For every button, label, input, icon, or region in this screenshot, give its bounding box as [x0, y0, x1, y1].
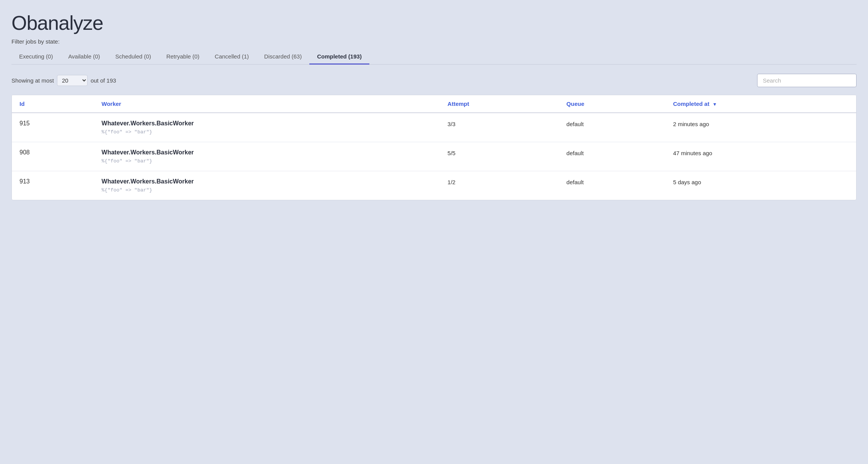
- sort-arrow-icon: ▼: [712, 102, 717, 107]
- cell-id: 913: [12, 171, 94, 200]
- cell-attempt: 3/3: [440, 113, 559, 142]
- table-row[interactable]: 915 Whatever.Workers.BasicWorker %{"foo"…: [12, 113, 856, 142]
- cell-queue: default: [559, 142, 665, 171]
- cell-queue: default: [559, 171, 665, 200]
- worker-cell: Whatever.Workers.BasicWorker %{"foo" => …: [102, 120, 432, 135]
- worker-name: Whatever.Workers.BasicWorker: [102, 149, 432, 156]
- showing-row: Showing at most 20 50 100 out of 193: [11, 75, 116, 86]
- col-queue-label: Queue: [566, 101, 584, 107]
- tab-cancelled[interactable]: Cancelled (1): [207, 49, 257, 65]
- col-completed-at[interactable]: Completed at ▼: [665, 95, 856, 113]
- table-container: Id Worker Attempt Queue Completed at ▼ 9…: [11, 95, 857, 200]
- cell-worker: Whatever.Workers.BasicWorker %{"foo" => …: [94, 142, 440, 171]
- worker-args: %{"foo" => "bar"}: [102, 158, 432, 164]
- tab-scheduled[interactable]: Scheduled (0): [107, 49, 158, 65]
- tab-available[interactable]: Available (0): [60, 49, 107, 65]
- table-row[interactable]: 913 Whatever.Workers.BasicWorker %{"foo"…: [12, 171, 856, 200]
- cell-completed-at: 5 days ago: [665, 171, 856, 200]
- cell-id: 915: [12, 113, 94, 142]
- cell-id: 908: [12, 142, 94, 171]
- jobs-table: Id Worker Attempt Queue Completed at ▼ 9…: [12, 95, 856, 200]
- tab-retryable[interactable]: Retryable (0): [159, 49, 207, 65]
- tab-discarded[interactable]: Discarded (63): [257, 49, 309, 65]
- col-worker: Worker: [94, 95, 440, 113]
- cell-completed-at: 47 minutes ago: [665, 142, 856, 171]
- search-input[interactable]: [757, 74, 857, 87]
- col-id: Id: [12, 95, 94, 113]
- per-page-select[interactable]: 20 50 100: [57, 75, 88, 86]
- filter-label: Filter jobs by state:: [11, 38, 857, 45]
- col-attempt-label: Attempt: [447, 101, 469, 107]
- col-attempt: Attempt: [440, 95, 559, 113]
- worker-cell: Whatever.Workers.BasicWorker %{"foo" => …: [102, 178, 432, 193]
- col-queue: Queue: [559, 95, 665, 113]
- table-body: 915 Whatever.Workers.BasicWorker %{"foo"…: [12, 113, 856, 200]
- table-header-row: Id Worker Attempt Queue Completed at ▼: [12, 95, 856, 113]
- table-row[interactable]: 908 Whatever.Workers.BasicWorker %{"foo"…: [12, 142, 856, 171]
- showing-prefix: Showing at most: [11, 77, 54, 84]
- cell-worker: Whatever.Workers.BasicWorker %{"foo" => …: [94, 113, 440, 142]
- tab-completed[interactable]: Completed (193): [309, 49, 369, 65]
- worker-args: %{"foo" => "bar"}: [102, 187, 432, 193]
- col-completed-at-label: Completed at: [673, 101, 709, 107]
- col-id-label: Id: [20, 101, 24, 107]
- worker-args: %{"foo" => "bar"}: [102, 129, 432, 135]
- col-worker-label: Worker: [102, 101, 121, 107]
- worker-name: Whatever.Workers.BasicWorker: [102, 120, 432, 127]
- page-title: Obanalyze: [11, 11, 857, 34]
- controls-row: Showing at most 20 50 100 out of 193: [11, 74, 857, 87]
- cell-completed-at: 2 minutes ago: [665, 113, 856, 142]
- cell-worker: Whatever.Workers.BasicWorker %{"foo" => …: [94, 171, 440, 200]
- tabs-container: Executing (0) Available (0) Scheduled (0…: [11, 49, 857, 65]
- cell-attempt: 1/2: [440, 171, 559, 200]
- cell-queue: default: [559, 113, 665, 142]
- worker-name: Whatever.Workers.BasicWorker: [102, 178, 432, 185]
- tab-executing[interactable]: Executing (0): [11, 49, 60, 65]
- showing-suffix: out of 193: [91, 77, 116, 84]
- worker-cell: Whatever.Workers.BasicWorker %{"foo" => …: [102, 149, 432, 164]
- cell-attempt: 5/5: [440, 142, 559, 171]
